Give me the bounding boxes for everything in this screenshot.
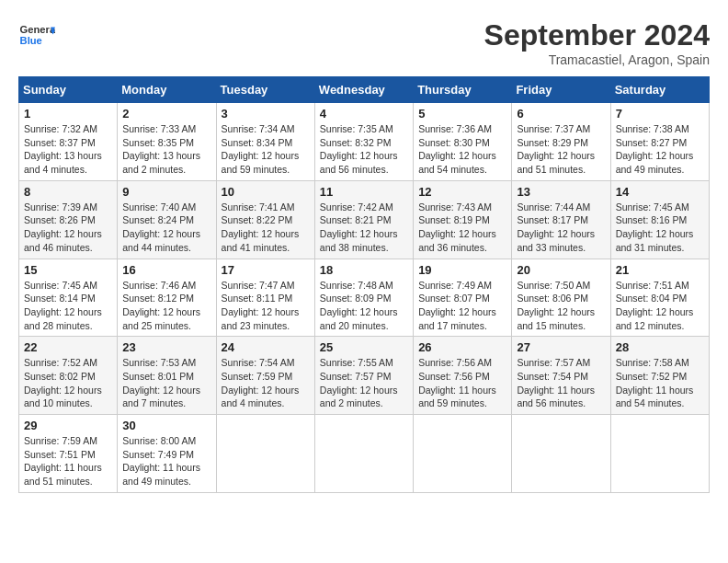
day-info: Sunrise: 7:41 AMSunset: 8:22 PMDaylight:… — [222, 201, 310, 255]
calendar-cell: 29Sunrise: 7:59 AMSunset: 7:51 PMDayligh… — [19, 415, 118, 493]
calendar-cell: 19Sunrise: 7:49 AMSunset: 8:07 PMDayligh… — [414, 259, 512, 337]
day-number: 11 — [320, 185, 408, 199]
calendar-cell — [414, 415, 512, 493]
day-number: 13 — [517, 185, 605, 199]
calendar-cell: 28Sunrise: 7:58 AMSunset: 7:52 PMDayligh… — [610, 337, 709, 415]
day-info: Sunrise: 7:38 AMSunset: 8:27 PMDaylight:… — [616, 122, 704, 177]
day-info: Sunrise: 7:56 AMSunset: 7:56 PMDaylight:… — [418, 356, 506, 410]
col-header-thursday: Thursday — [414, 77, 512, 103]
day-info: Sunrise: 7:46 AMSunset: 8:12 PMDaylight:… — [122, 279, 210, 333]
day-number: 6 — [517, 107, 605, 121]
calendar-cell: 20Sunrise: 7:50 AMSunset: 8:06 PMDayligh… — [512, 259, 610, 337]
calendar-cell: 13Sunrise: 7:44 AMSunset: 8:17 PMDayligh… — [512, 180, 610, 259]
day-number: 21 — [616, 263, 704, 277]
day-info: Sunrise: 7:48 AMSunset: 8:09 PMDaylight:… — [320, 279, 408, 333]
calendar-cell: 23Sunrise: 7:53 AMSunset: 8:01 PMDayligh… — [118, 337, 216, 415]
day-info: Sunrise: 7:42 AMSunset: 8:21 PMDaylight:… — [320, 201, 408, 255]
day-number: 16 — [122, 263, 210, 277]
day-info: Sunrise: 7:51 AMSunset: 8:04 PMDaylight:… — [616, 279, 704, 333]
calendar-cell: 7Sunrise: 7:38 AMSunset: 8:27 PMDaylight… — [610, 103, 709, 181]
calendar-week-row: 8Sunrise: 7:39 AMSunset: 8:26 PMDaylight… — [19, 180, 710, 259]
calendar-cell: 22Sunrise: 7:52 AMSunset: 8:02 PMDayligh… — [19, 337, 118, 415]
day-info: Sunrise: 7:57 AMSunset: 7:54 PMDaylight:… — [517, 356, 605, 410]
calendar-cell: 6Sunrise: 7:37 AMSunset: 8:29 PMDaylight… — [512, 103, 610, 181]
calendar-cell: 2Sunrise: 7:33 AMSunset: 8:35 PMDaylight… — [118, 103, 216, 181]
logo: General Blue — [18, 18, 55, 51]
calendar-cell: 24Sunrise: 7:54 AMSunset: 7:59 PMDayligh… — [216, 337, 314, 415]
calendar-cell: 10Sunrise: 7:41 AMSunset: 8:22 PMDayligh… — [216, 180, 314, 259]
day-number: 28 — [616, 340, 704, 354]
day-info: Sunrise: 7:49 AMSunset: 8:07 PMDaylight:… — [418, 279, 506, 333]
svg-text:Blue: Blue — [20, 35, 42, 46]
day-number: 3 — [222, 107, 310, 121]
calendar-week-row: 1Sunrise: 7:32 AMSunset: 8:37 PMDaylight… — [19, 103, 710, 181]
day-info: Sunrise: 7:36 AMSunset: 8:30 PMDaylight:… — [418, 122, 506, 177]
day-number: 5 — [418, 107, 506, 121]
day-number: 15 — [24, 263, 112, 277]
calendar-cell: 12Sunrise: 7:43 AMSunset: 8:19 PMDayligh… — [414, 180, 512, 259]
day-info: Sunrise: 7:37 AMSunset: 8:29 PMDaylight:… — [517, 122, 605, 177]
day-number: 26 — [418, 340, 506, 354]
day-info: Sunrise: 7:34 AMSunset: 8:34 PMDaylight:… — [222, 122, 310, 177]
col-header-monday: Monday — [118, 77, 216, 103]
calendar-cell: 1Sunrise: 7:32 AMSunset: 8:37 PMDaylight… — [19, 103, 118, 181]
col-header-saturday: Saturday — [610, 77, 709, 103]
calendar-cell — [216, 415, 314, 493]
calendar-week-row: 22Sunrise: 7:52 AMSunset: 8:02 PMDayligh… — [19, 337, 710, 415]
col-header-wednesday: Wednesday — [314, 77, 413, 103]
calendar-cell — [512, 415, 610, 493]
day-info: Sunrise: 7:39 AMSunset: 8:26 PMDaylight:… — [24, 201, 112, 255]
day-info: Sunrise: 7:54 AMSunset: 7:59 PMDaylight:… — [222, 356, 310, 410]
calendar-cell: 26Sunrise: 7:56 AMSunset: 7:56 PMDayligh… — [414, 337, 512, 415]
calendar-cell: 16Sunrise: 7:46 AMSunset: 8:12 PMDayligh… — [118, 259, 216, 337]
day-info: Sunrise: 7:35 AMSunset: 8:32 PMDaylight:… — [320, 122, 408, 177]
title-block: September 2024 Tramacastiel, Aragon, Spa… — [484, 18, 710, 67]
calendar-table: SundayMondayTuesdayWednesdayThursdayFrid… — [18, 76, 710, 493]
calendar-header-row: SundayMondayTuesdayWednesdayThursdayFrid… — [19, 77, 710, 103]
calendar-cell — [610, 415, 709, 493]
calendar-cell: 9Sunrise: 7:40 AMSunset: 8:24 PMDaylight… — [118, 180, 216, 259]
day-info: Sunrise: 7:58 AMSunset: 7:52 PMDaylight:… — [616, 356, 704, 410]
calendar-cell: 21Sunrise: 7:51 AMSunset: 8:04 PMDayligh… — [610, 259, 709, 337]
page-header: General Blue September 2024 Tramacastiel… — [18, 18, 710, 67]
calendar-cell: 15Sunrise: 7:45 AMSunset: 8:14 PMDayligh… — [19, 259, 118, 337]
calendar-cell: 4Sunrise: 7:35 AMSunset: 8:32 PMDaylight… — [314, 103, 413, 181]
calendar-cell: 11Sunrise: 7:42 AMSunset: 8:21 PMDayligh… — [314, 180, 413, 259]
day-number: 25 — [320, 340, 408, 354]
calendar-cell: 17Sunrise: 7:47 AMSunset: 8:11 PMDayligh… — [216, 259, 314, 337]
day-info: Sunrise: 7:40 AMSunset: 8:24 PMDaylight:… — [122, 201, 210, 255]
col-header-friday: Friday — [512, 77, 610, 103]
calendar-week-row: 15Sunrise: 7:45 AMSunset: 8:14 PMDayligh… — [19, 259, 710, 337]
location-subtitle: Tramacastiel, Aragon, Spain — [484, 52, 710, 67]
calendar-cell: 30Sunrise: 8:00 AMSunset: 7:49 PMDayligh… — [118, 415, 216, 493]
day-number: 10 — [222, 185, 310, 199]
day-number: 14 — [616, 185, 704, 199]
day-number: 2 — [122, 107, 210, 121]
day-number: 27 — [517, 340, 605, 354]
day-number: 23 — [122, 340, 210, 354]
calendar-cell: 14Sunrise: 7:45 AMSunset: 8:16 PMDayligh… — [610, 180, 709, 259]
calendar-cell: 27Sunrise: 7:57 AMSunset: 7:54 PMDayligh… — [512, 337, 610, 415]
day-info: Sunrise: 7:55 AMSunset: 7:57 PMDaylight:… — [320, 356, 408, 410]
day-number: 4 — [320, 107, 408, 121]
day-number: 19 — [418, 263, 506, 277]
day-number: 29 — [24, 419, 112, 432]
calendar-cell — [314, 415, 413, 493]
day-info: Sunrise: 7:45 AMSunset: 8:14 PMDaylight:… — [24, 279, 112, 333]
day-number: 7 — [616, 107, 704, 121]
day-info: Sunrise: 7:59 AMSunset: 7:51 PMDaylight:… — [24, 434, 112, 488]
col-header-tuesday: Tuesday — [216, 77, 314, 103]
day-number: 20 — [517, 263, 605, 277]
calendar-cell: 18Sunrise: 7:48 AMSunset: 8:09 PMDayligh… — [314, 259, 413, 337]
day-number: 8 — [24, 185, 112, 199]
day-info: Sunrise: 7:32 AMSunset: 8:37 PMDaylight:… — [24, 122, 112, 177]
day-number: 22 — [24, 340, 112, 354]
calendar-week-row: 29Sunrise: 7:59 AMSunset: 7:51 PMDayligh… — [19, 415, 710, 493]
day-info: Sunrise: 7:50 AMSunset: 8:06 PMDaylight:… — [517, 279, 605, 333]
svg-text:General: General — [20, 24, 55, 35]
day-info: Sunrise: 7:53 AMSunset: 8:01 PMDaylight:… — [122, 356, 210, 410]
day-info: Sunrise: 7:45 AMSunset: 8:16 PMDaylight:… — [616, 201, 704, 255]
day-info: Sunrise: 7:33 AMSunset: 8:35 PMDaylight:… — [122, 122, 210, 177]
day-number: 30 — [122, 419, 210, 432]
calendar-cell: 25Sunrise: 7:55 AMSunset: 7:57 PMDayligh… — [314, 337, 413, 415]
